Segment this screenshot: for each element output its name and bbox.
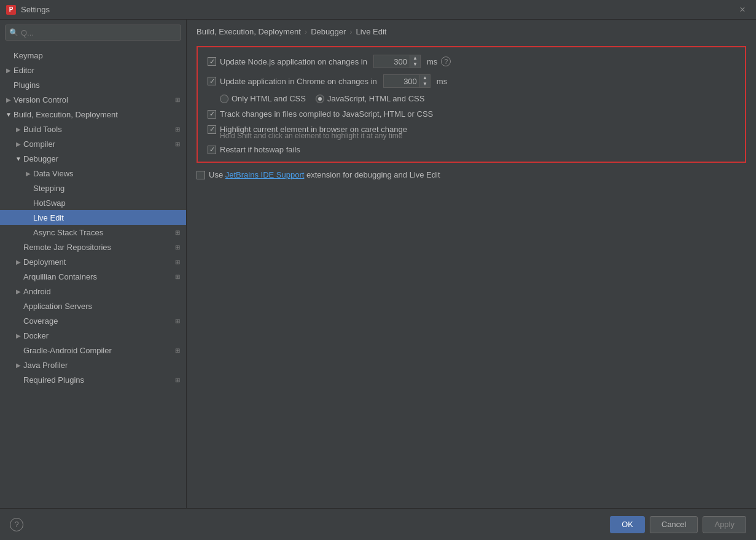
settings-icon: ⊞ — [173, 227, 182, 237]
sidebar-item-label: HotSwap — [33, 198, 186, 208]
breadcrumb-part-2: Debugger — [311, 27, 346, 36]
sidebar-item-keymap[interactable]: ▶ Keymap — [0, 48, 186, 63]
sidebar-item-data-views[interactable]: ▶ Data Views — [0, 166, 186, 181]
spinner-nodejs-down[interactable]: ▼ — [410, 61, 420, 68]
settings-icon: ⊞ — [173, 375, 182, 385]
sidebar-item-async-stack[interactable]: ▶ Async Stack Traces ⊞ — [0, 225, 186, 240]
sidebar-item-android[interactable]: ▶ Android — [0, 284, 186, 299]
sidebar-item-label: Required Plugins — [23, 375, 173, 385]
breadcrumb-part-3: Live Edit — [356, 27, 387, 36]
sidebar-item-deployment[interactable]: ▶ Deployment ⊞ — [0, 254, 186, 269]
arrow-icon: ▶ — [4, 95, 14, 104]
app-icon: P — [6, 5, 16, 15]
label-update-nodejs: Update Node.js application on changes in — [220, 57, 367, 66]
close-button[interactable]: × — [735, 2, 750, 17]
setting-row-jetbrains: Use JetBrains IDE Support extension for … — [197, 170, 746, 179]
sidebar-item-stepping[interactable]: ▶ Stepping — [0, 181, 186, 195]
spinner-nodejs-up[interactable]: ▲ — [410, 55, 420, 61]
sidebar-item-java-profiler[interactable]: ▶ Java Profiler — [0, 358, 186, 372]
arrow-icon: ▶ — [14, 257, 23, 267]
sidebar-item-label: Arquillian Containers — [23, 272, 173, 281]
radio-only-html-css[interactable]: Only HTML and CSS — [220, 94, 306, 103]
sidebar-item-label: Stepping — [33, 184, 186, 193]
sidebar-item-compiler[interactable]: ▶ Compiler ⊞ — [0, 136, 186, 151]
radio-btn-js-html-css[interactable] — [316, 95, 324, 103]
sidebar-item-app-servers[interactable]: ▶ Application Servers — [0, 299, 186, 313]
sidebar-item-label: Java Profiler — [23, 361, 186, 370]
arrow-icon: ▶ — [14, 139, 23, 149]
spinner-nodejs-buttons: ▲ ▼ — [410, 55, 421, 68]
jetbrains-link[interactable]: JetBrains IDE Support — [225, 170, 305, 179]
settings-box: Update Node.js application on changes in… — [197, 46, 746, 163]
spinner-nodejs-input[interactable] — [373, 55, 410, 68]
sidebar-item-gradle-android[interactable]: ▶ Gradle-Android Compiler ⊞ — [0, 343, 186, 358]
bottom-bar: ? OK Cancel Apply — [0, 508, 756, 540]
sidebar-item-live-edit[interactable]: ▶ Live Edit — [0, 210, 186, 225]
arrow-icon: ▼ — [4, 109, 14, 119]
checkbox-highlight-element[interactable] — [208, 125, 216, 134]
sidebar-item-remote-jar[interactable]: ▶ Remote Jar Repositories ⊞ — [0, 240, 186, 254]
spinner-nodejs[interactable]: ▲ ▼ — [373, 55, 421, 68]
right-panel: Build, Execution, Deployment › Debugger … — [187, 20, 756, 508]
arrow-icon: ▶ — [23, 168, 33, 178]
window-title: Settings — [21, 5, 50, 14]
label-restart-hotswap: Restart if hotswap fails — [220, 145, 300, 154]
setting-row-nodejs: Update Node.js application on changes in… — [208, 55, 735, 68]
settings-icon: ⊞ — [173, 345, 182, 355]
help-icon-nodejs[interactable]: ? — [441, 57, 451, 66]
breadcrumb-sep-2: › — [349, 27, 352, 36]
apply-button[interactable]: Apply — [703, 516, 746, 533]
search-icon: 🔍 — [9, 28, 18, 37]
radio-label-only-html-css: Only HTML and CSS — [232, 94, 306, 103]
sidebar-item-label: Gradle-Android Compiler — [23, 346, 173, 355]
sidebar-item-arquillian[interactable]: ▶ Arquillian Containers ⊞ — [0, 269, 186, 284]
arrow-icon: ▶ — [14, 360, 23, 370]
sidebar-item-label: Deployment — [23, 257, 173, 267]
help-button[interactable]: ? — [10, 518, 23, 531]
sidebar-item-version-control[interactable]: ▶ Version Control ⊞ — [0, 92, 186, 107]
radio-group-update-type: Only HTML and CSS JavaScript, HTML and C… — [220, 94, 735, 103]
sidebar-item-docker[interactable]: ▶ Docker — [0, 328, 186, 343]
spinner-chrome-up[interactable]: ▲ — [420, 75, 430, 81]
settings-icon: ⊞ — [173, 95, 182, 104]
sidebar-item-required-plugins[interactable]: ▶ Required Plugins ⊞ — [0, 372, 186, 387]
arrow-icon: ▶ — [14, 124, 23, 134]
unit-chrome: ms — [437, 77, 447, 86]
settings-icon: ⊞ — [173, 257, 182, 267]
sidebar-item-label: Plugins — [14, 80, 186, 90]
checkbox-update-chrome[interactable] — [208, 77, 216, 85]
sidebar-item-hotswap[interactable]: ▶ HotSwap — [0, 195, 186, 210]
sidebar-item-coverage[interactable]: ▶ Coverage ⊞ — [0, 313, 186, 328]
sidebar-tree: ▶ Keymap ▶ Editor ▶ Plugins ▶ Version Co… — [0, 45, 186, 508]
spinner-chrome[interactable]: ▲ ▼ — [383, 74, 431, 88]
highlight-subtext: Hold Shift and click an element to highl… — [220, 131, 735, 140]
sidebar-item-debugger[interactable]: ▼ Debugger — [0, 151, 186, 166]
radio-btn-only-html-css[interactable] — [220, 95, 228, 103]
checkbox-use-jetbrains[interactable] — [197, 171, 205, 179]
sidebar-item-plugins[interactable]: ▶ Plugins — [0, 77, 186, 92]
breadcrumb: Build, Execution, Deployment › Debugger … — [187, 20, 756, 41]
checkbox-restart-hotswap[interactable] — [208, 146, 216, 154]
sidebar-item-label: Compiler — [23, 139, 173, 149]
setting-row-chrome: Update application in Chrome on changes … — [208, 74, 735, 88]
sidebar-item-label: Debugger — [23, 154, 186, 163]
checkbox-update-nodejs[interactable] — [208, 57, 216, 66]
search-box[interactable]: 🔍 — [5, 25, 181, 41]
arrow-icon: ▶ — [4, 65, 14, 75]
checkbox-track-changes[interactable] — [208, 110, 216, 119]
ok-button[interactable]: OK — [610, 516, 645, 533]
radio-js-html-css[interactable]: JavaScript, HTML and CSS — [316, 94, 424, 103]
sidebar-item-build-tools[interactable]: ▶ Build Tools ⊞ — [0, 122, 186, 136]
main-content: 🔍 ▶ Keymap ▶ Editor ▶ Plugins ▶ Version … — [0, 20, 756, 508]
spinner-chrome-input[interactable] — [383, 74, 420, 88]
settings-icon: ⊞ — [173, 272, 182, 281]
cancel-button[interactable]: Cancel — [650, 516, 698, 533]
sidebar-item-editor[interactable]: ▶ Editor — [0, 63, 186, 77]
search-input[interactable] — [21, 28, 177, 37]
spinner-chrome-down[interactable]: ▼ — [420, 81, 430, 87]
sidebar-item-label: Data Views — [33, 169, 186, 178]
radio-label-js-html-css: JavaScript, HTML and CSS — [327, 94, 424, 103]
settings-icon: ⊞ — [173, 139, 182, 149]
sidebar-item-build-exec-deploy[interactable]: ▼ Build, Execution, Deployment — [0, 107, 186, 122]
setting-group-highlight: Highlight current element in browser on … — [208, 125, 735, 140]
